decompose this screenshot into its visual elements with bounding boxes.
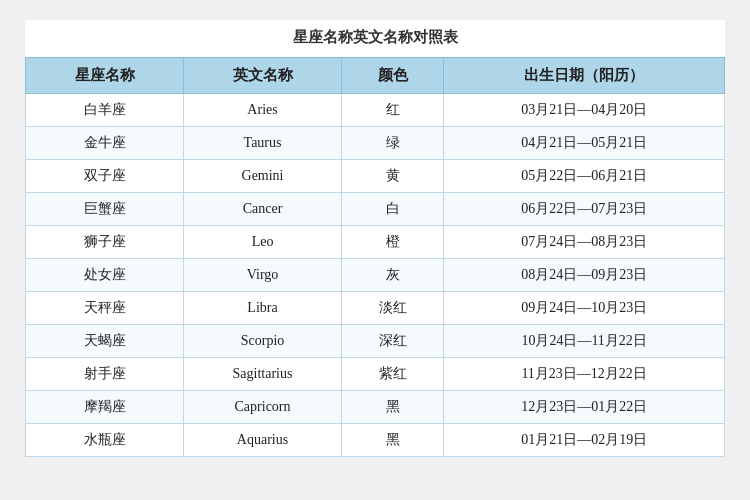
cell-date: 05月22日—06月21日 xyxy=(444,160,725,193)
cell-chinese-name: 巨蟹座 xyxy=(26,193,184,226)
cell-date: 03月21日—04月20日 xyxy=(444,94,725,127)
table-row: 水瓶座Aquarius黑01月21日—02月19日 xyxy=(26,424,725,457)
table-row: 天秤座Libra淡红09月24日—10月23日 xyxy=(26,292,725,325)
cell-color: 深红 xyxy=(342,325,444,358)
cell-chinese-name: 双子座 xyxy=(26,160,184,193)
cell-date: 07月24日—08月23日 xyxy=(444,226,725,259)
cell-color: 橙 xyxy=(342,226,444,259)
cell-date: 11月23日—12月22日 xyxy=(444,358,725,391)
cell-color: 灰 xyxy=(342,259,444,292)
cell-date: 08月24日—09月23日 xyxy=(444,259,725,292)
cell-english-name: Taurus xyxy=(184,127,342,160)
cell-chinese-name: 金牛座 xyxy=(26,127,184,160)
page-title: 星座名称英文名称对照表 xyxy=(25,20,725,57)
cell-english-name: Scorpio xyxy=(184,325,342,358)
cell-english-name: Aries xyxy=(184,94,342,127)
cell-color: 绿 xyxy=(342,127,444,160)
col-header-date: 出生日期（阳历） xyxy=(444,58,725,94)
cell-english-name: Libra xyxy=(184,292,342,325)
table-row: 处女座Virgo灰08月24日—09月23日 xyxy=(26,259,725,292)
zodiac-table: 星座名称 英文名称 颜色 出生日期（阳历） 白羊座Aries红03月21日—04… xyxy=(25,57,725,457)
cell-chinese-name: 天蝎座 xyxy=(26,325,184,358)
cell-chinese-name: 白羊座 xyxy=(26,94,184,127)
cell-color: 黑 xyxy=(342,391,444,424)
table-row: 射手座Sagittarius紫红11月23日—12月22日 xyxy=(26,358,725,391)
cell-color: 红 xyxy=(342,94,444,127)
table-row: 狮子座Leo橙07月24日—08月23日 xyxy=(26,226,725,259)
cell-color: 白 xyxy=(342,193,444,226)
col-header-english: 英文名称 xyxy=(184,58,342,94)
table-row: 巨蟹座Cancer白06月22日—07月23日 xyxy=(26,193,725,226)
cell-english-name: Gemini xyxy=(184,160,342,193)
cell-chinese-name: 天秤座 xyxy=(26,292,184,325)
cell-color: 紫红 xyxy=(342,358,444,391)
table-row: 金牛座Taurus绿04月21日—05月21日 xyxy=(26,127,725,160)
col-header-color: 颜色 xyxy=(342,58,444,94)
table-row: 双子座Gemini黄05月22日—06月21日 xyxy=(26,160,725,193)
cell-color: 黄 xyxy=(342,160,444,193)
cell-chinese-name: 处女座 xyxy=(26,259,184,292)
cell-english-name: Leo xyxy=(184,226,342,259)
table-row: 白羊座Aries红03月21日—04月20日 xyxy=(26,94,725,127)
cell-date: 09月24日—10月23日 xyxy=(444,292,725,325)
cell-english-name: Virgo xyxy=(184,259,342,292)
main-container: 星座名称英文名称对照表 星座名称 英文名称 颜色 出生日期（阳历） 白羊座Ari… xyxy=(25,20,725,457)
cell-chinese-name: 射手座 xyxy=(26,358,184,391)
cell-english-name: Sagittarius xyxy=(184,358,342,391)
cell-english-name: Aquarius xyxy=(184,424,342,457)
cell-chinese-name: 摩羯座 xyxy=(26,391,184,424)
cell-english-name: Capricorn xyxy=(184,391,342,424)
cell-date: 10月24日—11月22日 xyxy=(444,325,725,358)
cell-color: 淡红 xyxy=(342,292,444,325)
cell-chinese-name: 狮子座 xyxy=(26,226,184,259)
cell-date: 06月22日—07月23日 xyxy=(444,193,725,226)
cell-date: 01月21日—02月19日 xyxy=(444,424,725,457)
table-row: 天蝎座Scorpio深红10月24日—11月22日 xyxy=(26,325,725,358)
cell-chinese-name: 水瓶座 xyxy=(26,424,184,457)
cell-english-name: Cancer xyxy=(184,193,342,226)
table-row: 摩羯座Capricorn黑12月23日—01月22日 xyxy=(26,391,725,424)
cell-date: 04月21日—05月21日 xyxy=(444,127,725,160)
table-header-row: 星座名称 英文名称 颜色 出生日期（阳历） xyxy=(26,58,725,94)
col-header-chinese: 星座名称 xyxy=(26,58,184,94)
cell-date: 12月23日—01月22日 xyxy=(444,391,725,424)
cell-color: 黑 xyxy=(342,424,444,457)
